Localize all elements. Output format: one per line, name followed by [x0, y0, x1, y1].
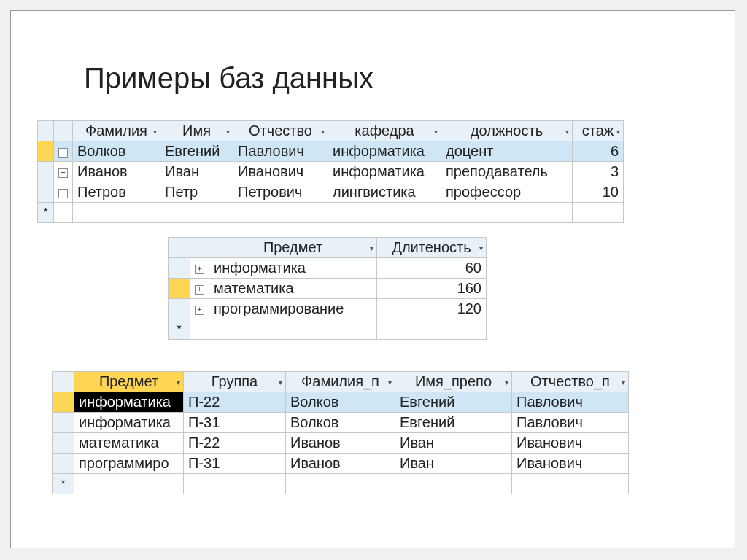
cell[interactable]: математика	[209, 279, 377, 299]
cell[interactable]: Петров	[73, 182, 160, 203]
cell[interactable]: преподаватель	[441, 162, 573, 182]
cell[interactable]: математика	[74, 433, 184, 454]
cell[interactable]: Евгений	[395, 392, 512, 413]
cell[interactable]: П-31	[184, 454, 286, 474]
row-selector[interactable]	[169, 279, 190, 299]
row-selector[interactable]	[38, 141, 54, 162]
table-row[interactable]: + информатика 60	[169, 258, 487, 279]
table-row[interactable]: информатика П-31 Волков Евгений Павлович	[53, 413, 629, 433]
cell[interactable]: Волков	[73, 141, 160, 162]
cell[interactable]: Иванович	[512, 433, 629, 454]
cell[interactable]: Евгений	[395, 413, 512, 433]
cell[interactable]: Иванов	[286, 433, 395, 454]
row-selector[interactable]	[38, 182, 54, 203]
cell[interactable]: Евгений	[160, 141, 233, 162]
cell[interactable]: 120	[377, 299, 487, 319]
row-selector[interactable]	[169, 258, 190, 279]
cell[interactable]: информатика	[328, 162, 441, 182]
new-row-icon[interactable]: *	[53, 474, 74, 494]
table-row[interactable]: + Иванов Иван Иванович информатика препо…	[38, 162, 624, 182]
sort-icon[interactable]: ▾	[479, 244, 483, 252]
select-all-corner[interactable]	[53, 372, 74, 392]
cell[interactable]: Павлович	[233, 141, 328, 162]
cell[interactable]: Волков	[286, 413, 395, 433]
cell[interactable]: Павлович	[512, 392, 629, 413]
sort-icon[interactable]: ▾	[388, 378, 392, 386]
expand-button[interactable]: +	[190, 279, 209, 299]
col-header[interactable]: Отчество_п▾	[512, 372, 629, 392]
expand-button[interactable]: +	[54, 182, 73, 203]
sort-icon[interactable]: ▾	[321, 127, 325, 135]
expand-button[interactable]: +	[190, 299, 209, 319]
row-selector[interactable]	[53, 433, 74, 454]
cell[interactable]: Иван	[160, 162, 233, 182]
cell[interactable]: программиро	[74, 454, 184, 474]
col-header[interactable]: должность▾	[441, 121, 573, 141]
row-selector[interactable]	[53, 392, 74, 413]
col-header[interactable]: Отчество▾	[233, 121, 328, 141]
table-row[interactable]: + Петров Петр Петрович лингвистика профе…	[38, 182, 624, 203]
table-row[interactable]: информатика П-22 Волков Евгений Павлович	[53, 392, 629, 413]
sort-icon[interactable]: ▾	[177, 378, 180, 386]
sort-icon[interactable]: ▾	[505, 378, 508, 386]
cell[interactable]: информатика	[74, 413, 184, 433]
cell[interactable]: Иванов	[286, 454, 395, 474]
sort-icon[interactable]: ▾	[616, 127, 620, 135]
col-header[interactable]: Имя_препо▾	[395, 372, 512, 392]
cell[interactable]: Иван	[395, 454, 512, 474]
cell[interactable]: Петрович	[233, 182, 328, 203]
col-header[interactable]: кафедра▾	[328, 121, 441, 141]
row-selector[interactable]	[38, 162, 54, 182]
row-selector[interactable]	[53, 454, 74, 474]
new-row[interactable]: *	[38, 203, 624, 223]
row-selector[interactable]	[53, 413, 74, 433]
cell[interactable]: П-22	[184, 392, 286, 413]
sort-icon[interactable]: ▾	[622, 378, 625, 386]
cell[interactable]: Петр	[160, 182, 233, 203]
cell[interactable]: программирование	[209, 299, 377, 319]
cell[interactable]: лингвистика	[328, 182, 441, 203]
sort-icon[interactable]: ▾	[370, 244, 374, 252]
new-row[interactable]: *	[53, 474, 629, 494]
expand-button[interactable]: +	[54, 162, 73, 182]
sort-icon[interactable]: ▾	[153, 127, 157, 135]
col-header[interactable]: Предмет▾	[209, 238, 377, 258]
cell[interactable]: Иван	[395, 433, 512, 454]
row-selector[interactable]	[169, 299, 190, 319]
select-all-corner[interactable]	[38, 121, 54, 141]
cell[interactable]: П-31	[184, 413, 286, 433]
cell[interactable]: Иванович	[233, 162, 328, 182]
cell[interactable]: 60	[377, 258, 487, 279]
col-header[interactable]: Имя▾	[160, 121, 233, 141]
sort-icon[interactable]: ▾	[226, 127, 230, 135]
cell[interactable]: Иванович	[512, 454, 629, 474]
cell[interactable]: профессор	[441, 182, 573, 203]
cell[interactable]: Павлович	[512, 413, 629, 433]
cell[interactable]: 160	[377, 279, 487, 299]
cell[interactable]: 3	[573, 162, 624, 182]
cell[interactable]: 6	[573, 141, 624, 162]
select-all-corner[interactable]	[169, 238, 190, 258]
sort-icon[interactable]: ▾	[279, 378, 282, 386]
cell[interactable]: информатика	[209, 258, 377, 279]
expand-button[interactable]: +	[54, 141, 73, 162]
col-header[interactable]: Длитеность▾	[377, 238, 487, 258]
cell[interactable]: П-22	[184, 433, 286, 454]
expand-button[interactable]: +	[190, 258, 209, 279]
col-header[interactable]: Группа▾	[184, 372, 286, 392]
table-row[interactable]: + программирование 120	[169, 299, 487, 319]
col-header[interactable]: Предмет▾	[74, 372, 184, 392]
cell[interactable]: доцент	[441, 141, 573, 162]
cell[interactable]: Иванов	[73, 162, 160, 182]
col-header[interactable]: Фамилия▾	[73, 121, 160, 141]
table-row[interactable]: математика П-22 Иванов Иван Иванович	[53, 433, 629, 454]
new-row-icon[interactable]: *	[169, 319, 190, 340]
col-header[interactable]: Фамилия_п▾	[286, 372, 395, 392]
new-row[interactable]: *	[169, 319, 487, 340]
table-row[interactable]: + Волков Евгений Павлович информатика до…	[38, 141, 624, 162]
cell[interactable]: информатика	[328, 141, 441, 162]
new-row-icon[interactable]: *	[38, 203, 54, 223]
cell-selected[interactable]: информатика	[74, 392, 184, 413]
cell[interactable]: 10	[573, 182, 624, 203]
table-row[interactable]: программиро П-31 Иванов Иван Иванович	[53, 454, 629, 474]
